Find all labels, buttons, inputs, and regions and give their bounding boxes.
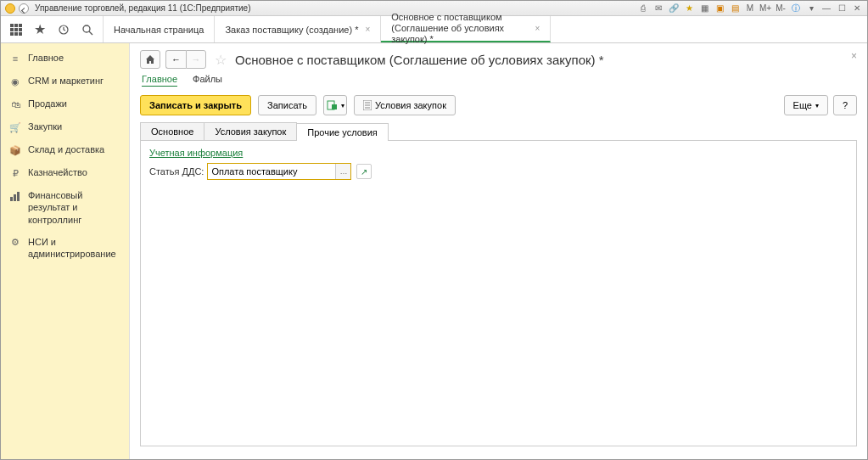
app-icon <box>4 3 16 14</box>
open-reference-button[interactable]: ↗ <box>356 164 372 179</box>
tab-label: Начальная страница <box>114 25 204 35</box>
svg-rect-3 <box>10 28 14 31</box>
terms-button[interactable]: Условия закупок <box>354 95 456 115</box>
bag-icon: 🛍 <box>9 98 21 110</box>
sidebar-item-admin[interactable]: ⚙ НСИ и администрирование <box>1 231 129 266</box>
svg-rect-13 <box>14 194 16 201</box>
tb-mplus[interactable]: M+ <box>759 3 772 14</box>
subnav-files[interactable]: Файлы <box>193 74 222 87</box>
sidebar-item-finance[interactable]: Финансовый результат и контроллинг <box>1 184 129 231</box>
sidebar-item-purchasing[interactable]: 🛒 Закупки <box>1 115 129 138</box>
tb-link-icon[interactable]: 🔗 <box>667 3 680 14</box>
save-button[interactable]: Записать <box>258 95 316 115</box>
sidebar-item-crm[interactable]: ◉ CRM и маркетинг <box>1 70 129 93</box>
itab-main[interactable]: Основное <box>140 122 204 140</box>
tb-mail-icon[interactable]: ✉ <box>652 3 665 14</box>
tb-m[interactable]: M <box>743 3 757 14</box>
content-area: ← → ☆ Основное с поставщиком (Соглашение… <box>130 43 867 459</box>
tb-mminus[interactable]: M- <box>774 3 787 14</box>
chart-icon <box>9 190 21 202</box>
svg-line-11 <box>89 31 92 35</box>
window-close[interactable]: ✕ <box>850 3 864 14</box>
tb-print-icon[interactable]: ⎙ <box>636 3 650 14</box>
more-button[interactable]: Еще ▾ <box>784 95 828 115</box>
close-icon[interactable]: × <box>535 24 540 33</box>
tab-agreement[interactable]: Основное с поставщиком (Соглашение об ус… <box>381 16 551 42</box>
favorites-icon[interactable]: ★ <box>31 21 48 38</box>
svg-rect-6 <box>10 32 14 36</box>
form-tabs: Основное Условия закупок Прочие условия <box>140 122 857 141</box>
dds-input[interactable] <box>208 164 335 179</box>
close-icon[interactable]: × <box>365 25 370 34</box>
field-label-dds: Статья ДДС: <box>149 166 204 177</box>
tb-info-drop[interactable]: ▾ <box>804 3 818 14</box>
history-icon[interactable] <box>55 21 72 38</box>
action-toolbar: Записать и закрыть Записать ▾ Условия за… <box>130 92 867 122</box>
section-title: Учетная информация <box>149 148 848 158</box>
tb-calc-icon[interactable]: ▦ <box>697 3 711 14</box>
menu-icon: ≡ <box>9 53 21 65</box>
svg-rect-12 <box>10 197 13 201</box>
page-title: Основное с поставщиком (Соглашение об ус… <box>235 53 604 67</box>
svg-rect-1 <box>14 24 18 27</box>
document-tabs: Начальная страница Заказ поставщику (соз… <box>104 16 551 42</box>
sidebar-item-warehouse[interactable]: 📦 Склад и доставка <box>1 138 129 161</box>
form-panel: Учетная информация Статья ДДС: … ↗ <box>140 141 857 446</box>
tb-cal-icon[interactable]: ▣ <box>713 3 726 14</box>
tab-label: Заказ поставщику (создание) * <box>225 25 358 35</box>
page-subnav: Главное Файлы <box>130 72 867 92</box>
sidebar-item-sales[interactable]: 🛍 Продажи <box>1 93 129 115</box>
select-dropdown-button[interactable]: … <box>335 164 350 179</box>
subnav-main[interactable]: Главное <box>142 74 177 87</box>
back-button[interactable]: ← <box>165 50 186 69</box>
svg-rect-14 <box>17 192 20 201</box>
ruble-icon: ₽ <box>9 167 21 179</box>
tb-fav-icon[interactable]: ★ <box>682 3 696 14</box>
itab-other[interactable]: Прочие условия <box>296 123 388 141</box>
svg-rect-0 <box>10 24 14 27</box>
crm-icon: ◉ <box>9 76 21 87</box>
star-icon[interactable]: ☆ <box>215 52 227 68</box>
svg-rect-2 <box>19 24 22 27</box>
tab-label: Основное с поставщиком (Соглашение об ус… <box>391 12 528 46</box>
tb-info-icon[interactable]: ⓘ <box>789 3 803 14</box>
help-button[interactable]: ? <box>833 95 857 115</box>
create-based-button[interactable]: ▾ <box>323 95 347 115</box>
search-icon[interactable] <box>79 21 96 38</box>
tb-doc-icon[interactable]: ▤ <box>728 3 742 14</box>
itab-terms[interactable]: Условия закупок <box>204 122 297 140</box>
sidebar-item-treasury[interactable]: ₽ Казначейство <box>1 161 129 184</box>
svg-rect-5 <box>19 28 22 31</box>
gear-icon: ⚙ <box>9 237 21 249</box>
save-close-button[interactable]: Записать и закрыть <box>140 95 251 115</box>
window-minimize[interactable]: — <box>820 3 833 14</box>
svg-point-10 <box>83 25 90 32</box>
box-icon: 📦 <box>9 144 21 156</box>
svg-rect-7 <box>14 32 18 36</box>
tab-start-page[interactable]: Начальная страница <box>104 16 215 42</box>
window-maximize[interactable]: ☐ <box>835 3 848 14</box>
svg-rect-16 <box>332 104 337 109</box>
navigation-sidebar: ≡ Главное ◉ CRM и маркетинг 🛍 Продажи 🛒 … <box>1 43 130 459</box>
home-button[interactable] <box>140 50 160 69</box>
top-toolbar: ★ Начальная страница Заказ поставщику (с… <box>1 16 867 43</box>
forward-button[interactable]: → <box>186 50 206 69</box>
cart-icon: 🛒 <box>9 121 21 133</box>
svg-rect-8 <box>19 32 22 36</box>
close-page-button[interactable]: × <box>851 50 857 62</box>
sidebar-item-main[interactable]: ≡ Главное <box>1 47 129 70</box>
window-title: Управление торговлей, редакция 11 (1С:Пр… <box>35 3 636 13</box>
dropdown-icon[interactable] <box>18 3 30 14</box>
tab-order[interactable]: Заказ поставщику (создание) * × <box>215 16 381 42</box>
svg-rect-4 <box>14 28 18 31</box>
sections-menu-icon[interactable] <box>8 21 25 38</box>
